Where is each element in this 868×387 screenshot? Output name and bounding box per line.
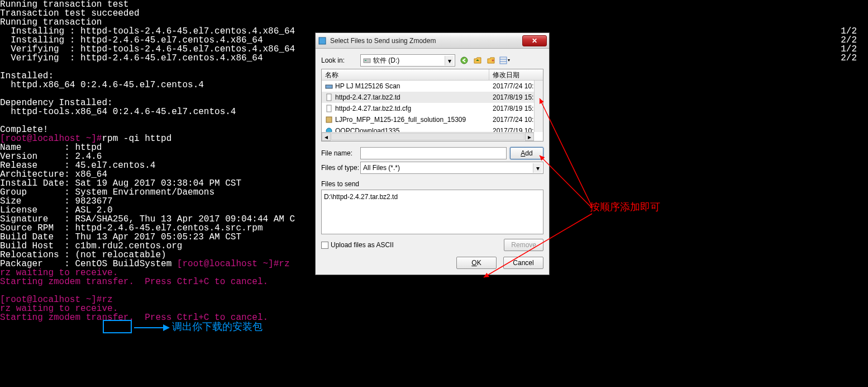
chevron-down-icon: ▾: [508, 56, 510, 65]
filetype-value: All Files (*.*): [363, 163, 400, 172]
filetype-dropdown[interactable]: All Files (*.*) ▾: [360, 162, 543, 174]
drive-icon: [363, 56, 371, 64]
close-icon: ✕: [532, 36, 537, 45]
svg-rect-10: [327, 105, 331, 112]
view-icon[interactable]: ▾: [499, 55, 510, 66]
scroll-left-icon[interactable]: ◂: [322, 133, 331, 141]
scroll-thumb[interactable]: [331, 133, 524, 140]
svg-rect-5: [500, 57, 507, 64]
svg-rect-11: [326, 117, 332, 122]
file-list-header[interactable]: 名称 修改日期: [322, 69, 543, 81]
scroll-right-icon[interactable]: ▸: [525, 133, 534, 141]
annotation-text: 按顺序添加即可: [590, 202, 660, 211]
dialog-icon: [318, 36, 327, 45]
progress-count: 2/2: [841, 54, 857, 63]
svg-text:✶: ✶: [491, 58, 495, 63]
svg-rect-8: [326, 85, 332, 88]
files-to-send-list[interactable]: D:\httpd-2.4.27.tar.bz2.td: [321, 190, 543, 234]
back-icon[interactable]: [459, 55, 470, 66]
new-folder-icon[interactable]: ✶: [485, 55, 497, 66]
file-dialog: Select Files to Send using Zmodem ✕ Look…: [315, 32, 550, 275]
up-folder-icon[interactable]: [472, 55, 483, 66]
checkbox-icon: [321, 242, 328, 249]
filename-label: File name:: [321, 149, 360, 158]
dialog-title: Select Files to Send using Zmodem: [330, 36, 522, 45]
file-row[interactable]: httpd-2.4.27.tar.bz2.td 2017/8/19 15:: [322, 92, 543, 103]
file-row[interactable]: LJPro_MFP_M125-126_full_solution_15309 2…: [322, 114, 543, 125]
file-name: httpd-2.4.27.tar.bz2.td: [335, 93, 400, 102]
remove-button[interactable]: Remove: [504, 239, 543, 251]
files-to-send-label: Files to send: [321, 180, 543, 188]
file-list[interactable]: 名称 修改日期 HP LJ M125126 Scan 2017/7/24 10:…: [321, 69, 543, 141]
progress-count: 2/2: [841, 36, 857, 45]
lookin-label: Look in:: [321, 56, 360, 65]
lookin-value: 软件 (D:): [373, 56, 399, 65]
annotation-box: [103, 320, 132, 333]
ascii-label: Upload files as ASCII: [331, 240, 394, 249]
file-name: httpd-2.4.27.tar.bz2.td.cfg: [335, 104, 411, 113]
svg-rect-1: [364, 59, 370, 63]
file-row[interactable]: httpd-2.4.27.tar.bz2.td.cfg 2017/8/19 15…: [322, 103, 543, 114]
file-icon: [325, 93, 333, 101]
svg-rect-2: [365, 60, 366, 61]
package-icon: [325, 116, 333, 124]
annotation-arrow: [132, 322, 171, 333]
filename-input[interactable]: [360, 147, 507, 159]
svg-rect-0: [319, 37, 326, 44]
lookin-dropdown[interactable]: 软件 (D:) ▾: [360, 54, 455, 67]
file-name: LJPro_MFP_M125-126_full_solution_15309: [335, 115, 466, 124]
horizontal-scrollbar[interactable]: ◂ ▸: [322, 132, 534, 141]
send-item[interactable]: D:\httpd-2.4.27.tar.bz2.td: [324, 192, 541, 201]
file-row[interactable]: HP LJ M125126 Scan 2017/7/24 10:: [322, 81, 543, 92]
chevron-down-icon: ▾: [445, 56, 454, 65]
col-name[interactable]: 名称: [322, 69, 489, 80]
svg-rect-9: [327, 94, 331, 101]
scanner-icon: [325, 82, 333, 90]
svg-point-3: [461, 57, 468, 64]
close-button[interactable]: ✕: [522, 35, 547, 46]
add-button[interactable]: Add: [510, 147, 543, 159]
chevron-down-icon: ▾: [533, 163, 542, 173]
cancel-button[interactable]: Cancel: [503, 257, 543, 269]
ok-button[interactable]: OK: [456, 257, 497, 269]
progress-count: 1/2: [841, 27, 857, 36]
dialog-titlebar[interactable]: Select Files to Send using Zmodem ✕: [316, 33, 549, 49]
vertical-scrollbar[interactable]: [534, 81, 543, 132]
col-date[interactable]: 修改日期: [489, 69, 543, 80]
ascii-checkbox[interactable]: Upload files as ASCII: [321, 240, 394, 249]
filetype-label: Files of type:: [321, 163, 360, 172]
progress-count: 1/2: [841, 45, 857, 54]
file-icon: [325, 105, 333, 112]
annotation-text: 调出你下载的安装包: [172, 322, 263, 331]
file-name: HP LJ M125126 Scan: [335, 82, 400, 91]
